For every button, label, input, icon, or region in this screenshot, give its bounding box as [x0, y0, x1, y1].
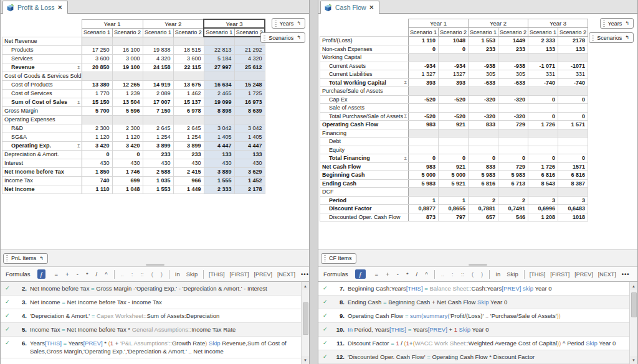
cell[interactable]: 1 553 [143, 185, 173, 194]
cell[interactable]: 6 713 [498, 179, 528, 188]
cell[interactable]: 1048 [439, 37, 469, 45]
cell[interactable]: 6 816 [558, 171, 588, 180]
cell[interactable]: 5 700 [82, 106, 112, 115]
toolbar-op[interactable]: ( [148, 271, 157, 278]
cell[interactable] [82, 37, 112, 45]
toolbar-op[interactable]: [FIRST] [548, 271, 572, 278]
cell[interactable]: 430 [204, 159, 234, 167]
cell[interactable]: 12 265 [112, 80, 143, 89]
cell[interactable] [204, 37, 234, 45]
row-label[interactable]: Debt [320, 138, 409, 146]
cell[interactable]: 2 645 [143, 124, 173, 133]
cell[interactable]: 430 [143, 159, 173, 167]
cell[interactable]: 729 [498, 121, 528, 129]
toolbar-op[interactable]: ^ [101, 271, 111, 278]
cell[interactable]: 1 327 [409, 70, 439, 79]
row-label[interactable]: Financing [320, 129, 409, 138]
cell[interactable]: 3 889 [204, 167, 234, 176]
cell[interactable]: -320 [469, 95, 498, 104]
row-label[interactable]: SG&A [2, 133, 82, 141]
row-label[interactable]: Cost of Services [2, 89, 82, 98]
cell[interactable]: 133 [204, 150, 234, 159]
cell[interactable]: 0 [558, 154, 588, 163]
cell[interactable]: 430 [173, 159, 204, 167]
cell[interactable]: 0 [528, 112, 558, 121]
cell[interactable]: 18 515 [173, 45, 204, 54]
cell[interactable] [528, 54, 558, 62]
cell[interactable]: 8 387 [558, 179, 588, 188]
cell[interactable]: 393 [409, 78, 439, 87]
cell[interactable] [528, 129, 558, 138]
cell[interactable] [469, 129, 498, 138]
cell[interactable]: 983 [409, 121, 439, 129]
cell[interactable] [439, 146, 469, 154]
year-header[interactable]: Year 1 [82, 19, 143, 28]
cell[interactable]: 729 [498, 162, 528, 171]
toolbar-op[interactable]: [PREV] [251, 271, 275, 278]
toolbar-op[interactable]: [NEXT] [596, 271, 619, 278]
toolbar-op[interactable]: * [82, 271, 92, 278]
cell[interactable]: 3 420 [82, 141, 112, 150]
toolbar-op[interactable]: / [92, 271, 102, 278]
cell[interactable]: 0 [439, 45, 469, 54]
cell[interactable]: 4 447 [204, 141, 234, 150]
row-label[interactable]: Ending Cash [320, 179, 409, 188]
cell[interactable]: 1 571 [558, 121, 588, 129]
row-label[interactable]: RevenueΣ [2, 63, 82, 72]
cell[interactable]: 0 [409, 45, 439, 54]
toolbar-op[interactable]: = [51, 271, 62, 278]
splitter-handle[interactable] [469, 264, 487, 266]
cell[interactable]: 1 405 [234, 133, 265, 141]
toolbar-op[interactable]: - [393, 271, 402, 278]
cell[interactable] [409, 104, 439, 113]
tab-cash-flow[interactable]: Cash Flow ✕ [320, 1, 379, 14]
cell[interactable]: 3 000 [112, 54, 143, 63]
toolbar-op[interactable]: / [412, 271, 422, 278]
cell[interactable]: 27 997 [204, 63, 234, 72]
cell[interactable]: 1327 [439, 70, 469, 79]
cell[interactable]: 2 588 [143, 167, 173, 176]
cell[interactable]: 1 770 [82, 89, 112, 98]
cell[interactable] [498, 129, 528, 138]
cell[interactable]: 16 100 [112, 45, 143, 54]
row-label[interactable]: Sum of Cost of SalesΣ [2, 98, 82, 106]
cell[interactable] [528, 146, 558, 154]
toolbar-op[interactable]: .. [437, 271, 448, 278]
scenario-header[interactable]: Scenario 1 [528, 28, 558, 37]
cell[interactable] [439, 54, 469, 62]
cell[interactable]: 1 746 [112, 167, 143, 176]
cell[interactable]: -520 [439, 95, 469, 104]
more-icon[interactable]: ••• [301, 271, 309, 278]
cell[interactable]: 331 [528, 70, 558, 79]
toolbar-op[interactable]: + [382, 271, 393, 278]
cell[interactable]: 430 [112, 159, 143, 167]
year-header[interactable]: Year 2 [143, 19, 204, 28]
formula-row[interactable]: ✓8.Ending Cash = Beginning Cash + Net Ca… [318, 296, 629, 309]
cell[interactable]: 3 899 [143, 141, 173, 150]
cell[interactable]: 699 [112, 176, 143, 185]
cell[interactable] [82, 115, 112, 124]
toolbar-op[interactable]: [NEXT] [275, 271, 298, 278]
cell[interactable] [409, 146, 439, 154]
cell[interactable]: 6 978 [173, 106, 204, 115]
row-label[interactable]: Current Liabilities [320, 70, 409, 79]
formula-row[interactable]: ✓4.'Depreciation & Amort.' = Capex Works… [1, 309, 301, 323]
cell[interactable]: 8 898 [204, 106, 234, 115]
cell[interactable]: 0 [558, 112, 588, 121]
cell[interactable]: 15 150 [82, 98, 112, 106]
cell[interactable]: -320 [469, 112, 498, 121]
years-button[interactable]: Years↰ [272, 18, 305, 29]
year-header[interactable]: Year 2 [469, 19, 528, 28]
cell[interactable] [439, 104, 469, 113]
cell[interactable]: 5 184 [204, 54, 234, 63]
cell[interactable]: 13 504 [112, 98, 143, 106]
scenario-header[interactable]: Scenario 2 [439, 28, 469, 37]
cell[interactable] [112, 72, 143, 80]
row-label[interactable]: Discounted Oper. Cash Flow [320, 213, 409, 222]
cell[interactable] [234, 115, 265, 124]
cell[interactable]: 1 048 [112, 185, 143, 194]
row-label[interactable]: Total Working CapitalΣ [320, 78, 409, 87]
cell[interactable]: -1071 [558, 62, 588, 70]
function-icon[interactable]: f [355, 269, 366, 279]
cell[interactable]: 3 420 [112, 141, 143, 150]
